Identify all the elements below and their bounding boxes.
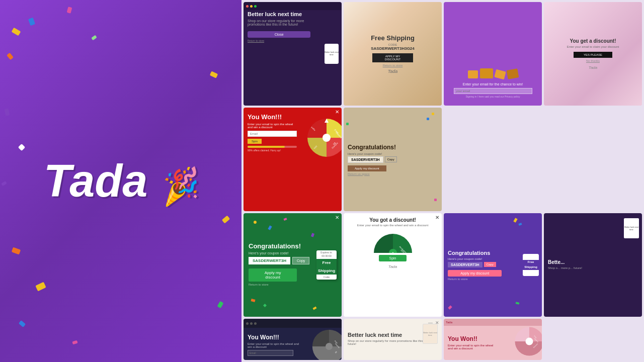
ticket-10: Better luck next time <box>624 218 639 238</box>
dot-9-4 <box>516 302 520 305</box>
wheel-container-13: Free Shipping Discount <box>514 326 542 356</box>
coupon-label-7: Here's your coupon code! <box>249 251 297 255</box>
confetti-15 <box>1 181 7 186</box>
wheel-svg-5: Free Shipping 5$ Discount 10% Agent <box>306 118 342 158</box>
spin-button-8[interactable]: Spin <box>379 255 406 261</box>
wheel-container-5: Free Shipping 5$ Discount 10% Agent <box>306 118 342 158</box>
brand-name: Tada <box>44 156 148 206</box>
preview-card-3: Enter your email for the chance to win! … <box>444 2 542 106</box>
package-icon-4 <box>506 68 519 79</box>
window-bar-13: Tada <box>444 319 542 326</box>
wheel-container-11: Free Shipping 5$ <box>311 329 342 360</box>
coupon-ticket-12: Better luck next time <box>423 324 438 344</box>
return-link-7[interactable]: Return to store <box>249 283 297 286</box>
brand-panel: Tada 🎉 <box>0 0 242 362</box>
copy-button-9[interactable]: Copy <box>484 262 496 267</box>
free-shipping-title: Free Shipping <box>371 34 415 42</box>
half-wheel-svg-8: Anniversary 30% Free Shipping <box>373 233 413 253</box>
email-input-5[interactable] <box>248 131 297 137</box>
close-dot-1 <box>246 5 249 8</box>
dot-9-2 <box>518 223 522 226</box>
congratulations-title-6: Congratulations! <box>348 144 396 151</box>
tada-label-13: Tada <box>446 321 452 324</box>
wheel-center-13 <box>526 338 533 345</box>
preview-card-12: ✕ — Better luck next time Shop on our st… <box>344 319 442 360</box>
ticket-text-10: Better luck next time <box>624 226 639 231</box>
close-button-1[interactable]: Close <box>248 31 310 38</box>
you-won-sub-5: Enter your email to spin the wheel and w… <box>248 123 297 129</box>
coupon-row-6: SASDERVERT3H Copy <box>348 156 397 163</box>
copy-button-6[interactable]: Copy <box>385 156 397 162</box>
close-icon-7[interactable]: ✕ <box>335 215 339 220</box>
progress-fill-5 <box>248 146 285 148</box>
coupon-label-6: Here's your coupon code! <box>348 152 382 155</box>
ticket-text-12: Better luck next time <box>423 331 437 336</box>
return-link-6[interactable]: Return us space <box>348 172 370 175</box>
brand-content: Tada 🎉 <box>44 158 198 204</box>
apply-button-7[interactable]: Apply my discount <box>249 268 297 282</box>
coupon-ticket-9: Free Shipping <box>523 254 539 276</box>
spin-button-5[interactable]: Spin <box>248 139 262 144</box>
you-won-title-13: You Won!! <box>448 335 497 342</box>
confetti-1 <box>12 27 21 36</box>
close-icon-8[interactable]: ✕ <box>435 215 439 220</box>
code-value-2: SASDERWERT3H3G24 <box>371 46 415 51</box>
return-link-1[interactable]: Return to store <box>248 39 310 42</box>
return-link-2[interactable]: Return to store <box>383 64 403 67</box>
code-row-7: SASDERWERT3H Copy <box>249 257 297 264</box>
window-bar-1 <box>244 2 342 10</box>
confetti-13 <box>217 301 223 308</box>
enter-email-text-3: Enter your email for the chance to win! <box>463 82 523 86</box>
email-input-11[interactable] <box>248 350 293 356</box>
wheel-seg-11-3 <box>312 330 329 346</box>
minimize-dot-1 <box>250 5 253 8</box>
package-icon-2 <box>480 68 493 78</box>
preview-card-2: Free Shipping CODE SASDERWERT3H3G24 APPL… <box>344 2 442 106</box>
apply-button-9[interactable]: Apply my discount <box>448 270 502 277</box>
copy-button-7[interactable]: Copy <box>292 257 309 264</box>
congratulations-title-7: Congratulations! <box>249 242 297 250</box>
congratulations-title-9: Congratulations <box>448 250 502 256</box>
no-thanks-link[interactable]: No thanks <box>586 59 600 62</box>
confetti-7 <box>4 108 9 116</box>
wheel-svg-13: Free Shipping Discount <box>514 326 542 356</box>
close-icon-5[interactable]: ✕ <box>335 109 339 115</box>
better-luck-sub-10: Shop o... more p... future! <box>548 266 582 269</box>
tada-logo: Tada 🎉 <box>44 158 198 204</box>
you-won-sub-11: Enter your email to spin the wheel and w… <box>248 342 301 348</box>
apply-button-6[interactable]: Apply my discount <box>348 165 386 171</box>
ticket-expires-7: Expires in: 00:30:00 <box>316 251 337 258</box>
apply-button-2[interactable]: APPLY MY DISCOUNT <box>372 53 413 62</box>
coupon-code-6: SASDERVERT3H <box>348 156 383 163</box>
preview-card-10: Bette... Shop o... more p... future! Bet… <box>544 213 642 317</box>
box-icons <box>468 68 518 78</box>
email-input-3[interactable] <box>454 88 532 94</box>
preview-grid: Better luck next time Shop on our store … <box>242 0 644 362</box>
email-row-5 <box>248 131 297 137</box>
code-row-9: SASDERVERT3H Copy <box>448 262 502 267</box>
ticket-text-1: Better luck next time <box>325 51 339 56</box>
got-discount-title: You get a discount! <box>570 38 616 44</box>
coupon-code-9: SASDERVERT3H <box>448 262 482 267</box>
discount-title-8: You got a discount! <box>369 217 416 223</box>
preview-card-7: ✕ Congratulations! Here's your coupon co… <box>244 213 342 317</box>
dot-9-3 <box>448 305 452 309</box>
ticket-code-label-7: Code <box>324 276 330 279</box>
ticket-badge-7b: Shipping <box>316 267 337 275</box>
confetti-12 <box>72 340 77 344</box>
progress-bar-5 <box>248 146 297 148</box>
return-link-9[interactable]: Return to store <box>448 278 502 281</box>
better-luck-title-10: Bette... <box>548 259 565 265</box>
coupon-ticket-7: Expires in: 00:30:00 Free Shipping Code <box>316 250 337 280</box>
coupon-label-9: Here's your coupon code! <box>448 257 502 260</box>
package-icon-3 <box>494 69 506 80</box>
you-won-title-5: You Won!!! <box>248 114 297 121</box>
half-wheel-8: Anniversary 30% Free Shipping <box>373 233 413 253</box>
confetti-card6-4 <box>346 123 349 125</box>
ticket-1: Better luck next time <box>325 44 339 64</box>
preview-card-11: You Won!!! Enter your email to spin the … <box>244 319 342 360</box>
preview-card-4: You get a discount! Enter your email to … <box>544 2 642 106</box>
privacy-text-3: Signing in I here said you read our Priv… <box>465 95 520 98</box>
discount-sub-8: Enter your email to spin the wheel and w… <box>357 224 429 227</box>
yes-please-button[interactable]: YES PLEASE <box>574 52 612 58</box>
